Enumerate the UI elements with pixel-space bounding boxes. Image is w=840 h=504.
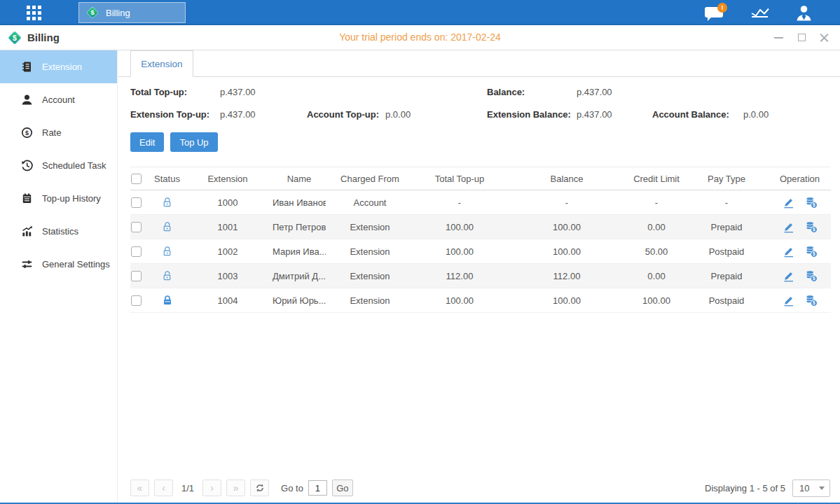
cell-credit-limit: 100.00 bbox=[628, 295, 684, 306]
col-total-topup: Total Top-up bbox=[414, 174, 505, 184]
toolbar: Edit Top Up bbox=[130, 132, 840, 152]
select-all-checkbox[interactable] bbox=[131, 174, 142, 184]
unlocked-icon bbox=[162, 221, 173, 232]
next-page-icon: › bbox=[210, 482, 214, 493]
last-page-button[interactable]: » bbox=[226, 479, 245, 496]
col-pay-type: Pay Type bbox=[684, 174, 769, 184]
sliders-icon bbox=[21, 258, 33, 270]
cell-credit-limit: - bbox=[628, 197, 684, 208]
topup-coins-icon[interactable]: $ bbox=[805, 270, 818, 282]
cell-total-topup: 100.00 bbox=[414, 295, 505, 306]
col-name: Name bbox=[273, 174, 326, 184]
minimize-icon[interactable] bbox=[773, 32, 784, 43]
topup-coins-icon[interactable]: $ bbox=[805, 196, 818, 209]
edit-pencil-icon[interactable] bbox=[783, 246, 794, 258]
extension-balance-value: p.437.00 bbox=[577, 109, 652, 120]
top-up-button[interactable]: Top Up bbox=[170, 132, 217, 152]
cell-balance: 112.00 bbox=[505, 271, 628, 281]
ledger-icon bbox=[21, 61, 33, 73]
page-size-select[interactable]: 10 bbox=[792, 479, 830, 497]
sidebar-item-scheduled-task[interactable]: Scheduled Task bbox=[0, 149, 117, 182]
cell-pay-type: Postpaid bbox=[684, 295, 769, 306]
close-icon[interactable] bbox=[819, 32, 830, 43]
prev-page-button[interactable]: ‹ bbox=[154, 479, 173, 496]
topup-coins-icon[interactable]: $ bbox=[805, 245, 818, 258]
row-checkbox[interactable] bbox=[131, 246, 142, 257]
svg-text:$: $ bbox=[813, 202, 815, 208]
sidebar: Extension Account $ Rate Scheduled Task bbox=[0, 50, 118, 503]
table-row[interactable]: 1003 Дмитрий Д... Extension 112.00 112.0… bbox=[130, 264, 831, 288]
extension-topup-label: Extension Top-up: bbox=[130, 109, 220, 120]
notepad-icon bbox=[21, 192, 33, 204]
edit-pencil-icon[interactable] bbox=[783, 221, 794, 233]
sidebar-item-label: Account bbox=[42, 94, 75, 105]
table-body: 1000 Иван Иванов Account - - - - $ bbox=[130, 190, 831, 313]
table-row[interactable]: 1001 Петр Петров Extension 100.00 100.00… bbox=[130, 215, 831, 239]
row-checkbox[interactable] bbox=[131, 271, 142, 281]
topup-coins-icon[interactable]: $ bbox=[805, 294, 818, 307]
row-checkbox[interactable] bbox=[131, 295, 142, 306]
svg-text:$: $ bbox=[813, 251, 815, 257]
pagination-bar: « ‹ 1/1 › » Go to Go Displayi bbox=[130, 479, 830, 497]
sidebar-item-statistics[interactable]: Statistics bbox=[0, 215, 117, 248]
cell-credit-limit: 0.00 bbox=[628, 222, 684, 232]
sidebar-item-extension[interactable]: Extension bbox=[0, 50, 117, 83]
cell-charged-from: Extension bbox=[326, 271, 414, 281]
cell-balance: 100.00 bbox=[505, 295, 628, 306]
extension-balance-label: Extension Balance: bbox=[487, 109, 577, 120]
table-header: Status Extension Name Charged From Total… bbox=[130, 167, 831, 190]
cell-name: Юрий Юрь... bbox=[273, 295, 326, 306]
balance-value: p.437.00 bbox=[577, 87, 652, 97]
svg-text:$: $ bbox=[90, 9, 94, 16]
goto-label: Go to bbox=[281, 483, 303, 493]
user-account-icon[interactable] bbox=[794, 4, 813, 22]
window-title-bar: $ Billing Your trial period ends on: 201… bbox=[0, 25, 840, 50]
extensions-table: Status Extension Name Charged From Total… bbox=[130, 167, 831, 313]
table-row[interactable]: 1002 Мария Ива... Extension 100.00 100.0… bbox=[130, 239, 831, 264]
account-balance-label: Account Balance: bbox=[652, 109, 743, 120]
topup-coins-icon[interactable]: $ bbox=[805, 220, 818, 233]
table-row[interactable]: 1000 Иван Иванов Account - - - - $ bbox=[130, 190, 831, 215]
notifications-chat-icon[interactable]: ! bbox=[705, 4, 726, 21]
account-topup-label: Account Top-up: bbox=[307, 109, 385, 120]
cell-credit-limit: 50.00 bbox=[628, 246, 684, 257]
line-chart-icon[interactable] bbox=[750, 4, 771, 21]
notification-badge: ! bbox=[717, 3, 727, 13]
balance-summary: Total Top-up: p.437.00 Balance: p.437.00… bbox=[130, 87, 840, 120]
edit-pencil-icon[interactable] bbox=[783, 270, 794, 282]
first-page-button[interactable]: « bbox=[130, 479, 149, 496]
app-grid-icon[interactable] bbox=[27, 6, 41, 20]
cell-pay-type: - bbox=[684, 197, 769, 208]
locked-icon bbox=[162, 295, 173, 306]
page-indicator: 1/1 bbox=[181, 483, 194, 493]
sidebar-item-account[interactable]: Account bbox=[0, 83, 117, 116]
balance-label: Balance: bbox=[487, 87, 577, 97]
cell-extension: 1003 bbox=[183, 271, 273, 281]
refresh-button[interactable] bbox=[250, 479, 269, 496]
sidebar-item-topup-history[interactable]: Top-up History bbox=[0, 182, 117, 215]
person-icon bbox=[21, 94, 33, 106]
go-button[interactable]: Go bbox=[332, 479, 353, 496]
sidebar-item-rate[interactable]: $ Rate bbox=[0, 116, 117, 149]
row-checkbox[interactable] bbox=[131, 222, 142, 232]
bar-chart-icon bbox=[21, 225, 33, 237]
cell-extension: 1000 bbox=[183, 197, 273, 208]
last-page-icon: » bbox=[233, 482, 239, 493]
cell-total-topup: - bbox=[414, 197, 505, 208]
tab-extension[interactable]: Extension bbox=[130, 50, 193, 77]
next-page-button[interactable]: › bbox=[202, 479, 221, 496]
cell-name: Дмитрий Д... bbox=[273, 271, 326, 281]
extension-topup-value: p.437.00 bbox=[220, 109, 307, 120]
cell-credit-limit: 0.00 bbox=[628, 271, 684, 281]
row-checkbox[interactable] bbox=[131, 197, 142, 208]
cell-extension: 1004 bbox=[183, 295, 273, 306]
edit-pencil-icon[interactable] bbox=[783, 197, 794, 209]
maximize-icon[interactable] bbox=[796, 32, 807, 43]
table-row[interactable]: 1004 Юрий Юрь... Extension 100.00 100.00… bbox=[130, 288, 831, 313]
sidebar-item-general-settings[interactable]: General Settings bbox=[0, 248, 117, 281]
edit-pencil-icon[interactable] bbox=[783, 295, 794, 307]
goto-page-input[interactable] bbox=[308, 480, 327, 496]
dollar-circle-icon: $ bbox=[21, 127, 33, 139]
edit-button[interactable]: Edit bbox=[130, 132, 164, 152]
billing-app-tab[interactable]: $ Billing bbox=[78, 2, 186, 23]
